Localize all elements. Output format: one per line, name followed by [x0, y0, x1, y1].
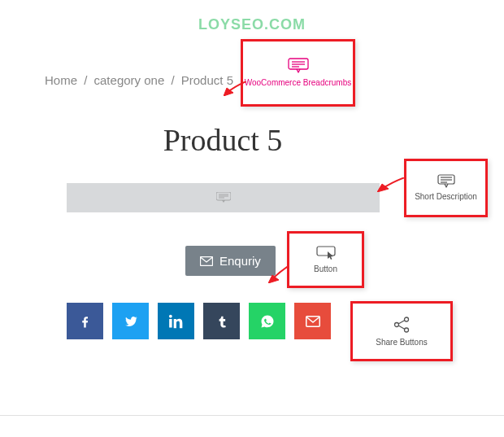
- email-icon: [306, 316, 320, 327]
- svg-point-16: [405, 317, 409, 321]
- description-icon: [437, 174, 455, 188]
- breadcrumb: Home / category one / Product 5: [45, 73, 233, 87]
- share-facebook[interactable]: [67, 303, 103, 339]
- breadcrumb-sep: /: [171, 73, 174, 87]
- share-whatsapp[interactable]: [249, 303, 285, 339]
- svg-line-19: [398, 326, 405, 330]
- description-icon: [288, 58, 309, 74]
- linkedin-icon: [169, 314, 184, 329]
- arrow-icon: [377, 177, 405, 192]
- breadcrumb-sep: /: [84, 73, 87, 87]
- short-description-placeholder: [67, 183, 380, 212]
- callout-label: Button: [314, 264, 337, 274]
- product-title: Product 5: [0, 122, 445, 158]
- envelope-icon: [200, 256, 213, 266]
- enquiry-button[interactable]: Enquriy: [185, 246, 276, 276]
- breadcrumb-category[interactable]: category one: [94, 73, 165, 87]
- share-email[interactable]: [294, 303, 331, 339]
- callout-label: Short Description: [415, 192, 477, 202]
- callout-label: Share Buttons: [376, 338, 427, 347]
- arrow-icon: [268, 265, 289, 283]
- whatsapp-icon: [260, 314, 275, 329]
- share-linkedin[interactable]: [158, 303, 194, 339]
- svg-line-18: [398, 320, 405, 324]
- arrow-icon: [224, 81, 246, 96]
- tumblr-icon: [215, 314, 229, 329]
- share-tumblr[interactable]: [203, 303, 240, 339]
- description-icon: [216, 192, 231, 203]
- callout-short-description: Short Description: [404, 159, 488, 217]
- svg-point-15: [395, 322, 399, 326]
- callout-label: WooCommerce Breadcrumbs: [245, 78, 352, 88]
- callout-button: Button: [287, 231, 364, 288]
- twitter-icon: [124, 314, 138, 329]
- enquiry-label: Enquriy: [219, 254, 261, 268]
- callout-breadcrumbs: WooCommerce Breadcrumbs: [241, 39, 355, 107]
- watermark: LOYSEO.COM: [198, 16, 306, 33]
- breadcrumb-home[interactable]: Home: [45, 73, 77, 87]
- button-icon: [316, 246, 336, 260]
- share-buttons-row: [67, 303, 331, 339]
- divider: [0, 415, 504, 416]
- share-twitter[interactable]: [112, 303, 149, 339]
- share-icon: [393, 316, 411, 334]
- facebook-icon: [78, 314, 93, 329]
- svg-point-17: [405, 328, 409, 332]
- svg-rect-14: [317, 247, 335, 256]
- callout-share-buttons: Share Buttons: [350, 301, 453, 361]
